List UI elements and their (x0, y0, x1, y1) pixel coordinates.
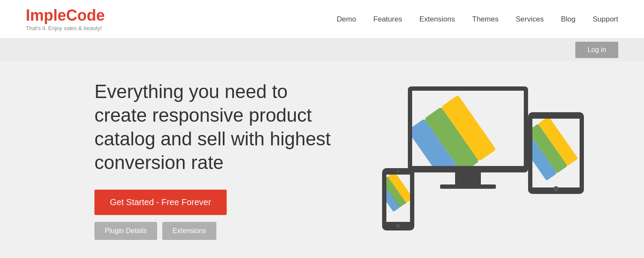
nav-features[interactable]: Features (374, 15, 402, 24)
nav-support[interactable]: Support (592, 15, 618, 24)
nav-blog[interactable]: Blog (561, 15, 575, 24)
nav-demo[interactable]: Demo (337, 15, 356, 24)
hero-buttons: Get Started - Free Forever Plugin Detail… (94, 190, 335, 240)
svg-point-10 (553, 186, 559, 191)
svg-rect-3 (440, 184, 496, 189)
secondary-buttons: Plugin Details Extensions (94, 222, 216, 240)
plugin-details-button[interactable]: Plugin Details (94, 222, 157, 240)
svg-point-18 (397, 169, 399, 172)
login-bar: Log in (0, 39, 644, 61)
nav-themes[interactable]: Themes (472, 15, 498, 24)
extensions-button[interactable]: Extensions (162, 222, 216, 240)
nav-services[interactable]: Services (516, 15, 544, 24)
main-nav: Demo Features Extensions Themes Services… (337, 15, 618, 24)
hero-content: Everything you need to create responsive… (94, 80, 335, 240)
logo-text: ImpleCode (26, 7, 105, 24)
hero-headline: Everything you need to create responsive… (94, 80, 335, 174)
hero-image (335, 74, 618, 245)
cta-primary-button[interactable]: Get Started - Free Forever (94, 190, 227, 215)
logo[interactable]: ImpleCode That's it. Enjoy sales & beaut… (26, 7, 105, 31)
svg-rect-2 (455, 172, 481, 184)
devices-illustration (365, 78, 588, 241)
logo-accent: Code (66, 6, 105, 24)
logo-plain: Imple (26, 6, 66, 24)
site-header: ImpleCode That's it. Enjoy sales & beaut… (0, 0, 644, 39)
svg-point-17 (396, 224, 400, 228)
logo-tagline: That's it. Enjoy sales & beauty! (26, 25, 105, 31)
nav-extensions[interactable]: Extensions (419, 15, 455, 24)
hero-section: Everything you need to create responsive… (0, 61, 644, 258)
login-button[interactable]: Log in (575, 42, 618, 58)
